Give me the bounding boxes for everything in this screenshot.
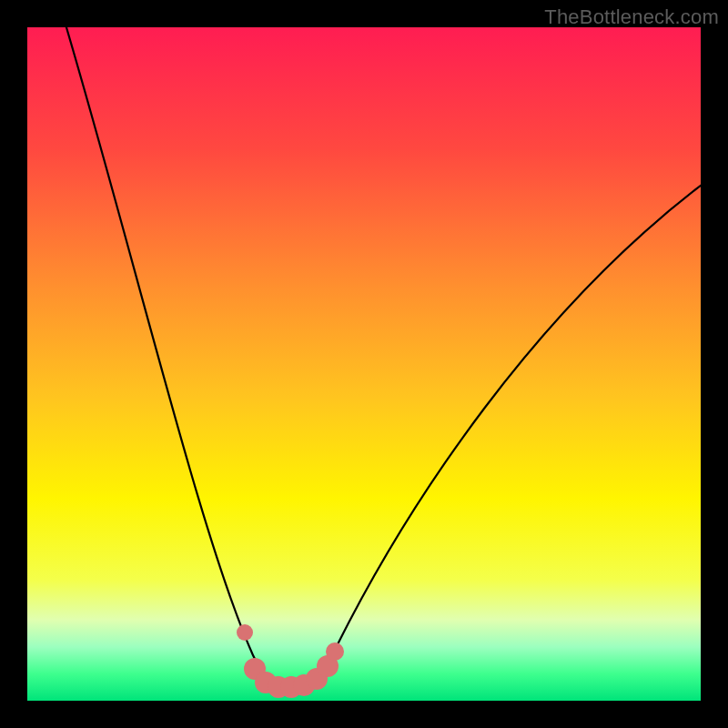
valley-markers	[27, 27, 701, 701]
watermark-text: TheBottleneck.com	[544, 5, 719, 29]
svg-point-1	[237, 624, 253, 641]
chart-frame	[27, 27, 701, 701]
svg-point-9	[326, 642, 344, 661]
